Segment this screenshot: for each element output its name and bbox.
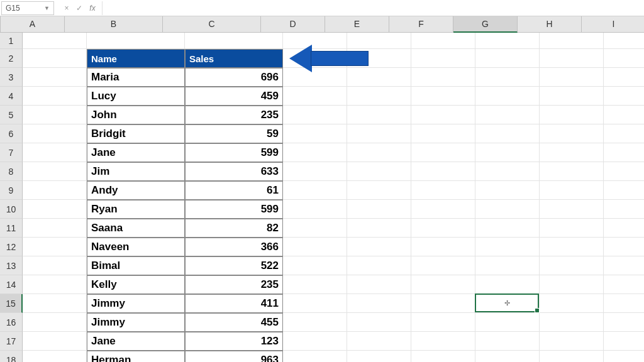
- table-cell-name[interactable]: John: [87, 106, 185, 124]
- table-cell-sales[interactable]: 411: [185, 294, 283, 313]
- table-cell-name[interactable]: Jimmy: [87, 294, 185, 313]
- row-header-17[interactable]: 17: [0, 332, 23, 351]
- row-header-12[interactable]: 12: [0, 238, 23, 256]
- table-cell-name[interactable]: Jim: [87, 162, 185, 181]
- table-cell-sales[interactable]: 366: [185, 238, 283, 256]
- table-header-sales[interactable]: Sales: [185, 49, 283, 68]
- formula-cancel-icon: ×: [60, 4, 73, 13]
- row-header-4[interactable]: 4: [0, 87, 23, 106]
- row-header-11[interactable]: 11: [0, 219, 23, 238]
- row-header-16[interactable]: 16: [0, 313, 23, 332]
- row-header-7[interactable]: 7: [0, 143, 23, 162]
- table-cell-name[interactable]: Jimmy: [87, 313, 185, 332]
- name-box-value: G15: [6, 1, 20, 15]
- column-header-G[interactable]: G: [453, 16, 518, 33]
- table-cell-sales[interactable]: 522: [185, 256, 283, 275]
- formula-bar: G15 ▼ × ✓ fx: [0, 0, 644, 16]
- table-cell-sales[interactable]: 82: [185, 219, 283, 238]
- table-cell-sales[interactable]: 599: [185, 143, 283, 162]
- table-cell-sales[interactable]: 633: [185, 162, 283, 181]
- row-header-3[interactable]: 3: [0, 68, 23, 87]
- row-header-15[interactable]: 15: [0, 294, 23, 313]
- table-cell-sales[interactable]: 59: [185, 124, 283, 143]
- column-header-I[interactable]: I: [582, 16, 644, 33]
- table-cell-name[interactable]: Jane: [87, 143, 185, 162]
- row-header-10[interactable]: 10: [0, 200, 23, 219]
- table-cell-sales[interactable]: 696: [185, 68, 283, 87]
- table-cell-name[interactable]: Jane: [87, 332, 185, 351]
- table-cell-sales[interactable]: 235: [185, 275, 283, 294]
- name-box-dropdown-icon[interactable]: ▼: [44, 1, 50, 15]
- row-header-18[interactable]: 18: [0, 351, 23, 362]
- table-cell-name[interactable]: Bridgit: [87, 124, 185, 143]
- row-header-6[interactable]: 6: [0, 124, 23, 143]
- column-header-H[interactable]: H: [518, 16, 582, 33]
- column-header-F[interactable]: F: [389, 16, 453, 33]
- row-header-13[interactable]: 13: [0, 256, 23, 275]
- cell-grid[interactable]: NameSalesMaria696Lucy459John235Bridgit59…: [23, 33, 644, 362]
- table-cell-name[interactable]: Maria: [87, 68, 185, 87]
- table-cell-name[interactable]: Lucy: [87, 87, 185, 106]
- table-cell-name[interactable]: Ryan: [87, 200, 185, 219]
- column-header-A[interactable]: A: [1, 16, 65, 33]
- table-cell-sales[interactable]: 459: [185, 87, 283, 106]
- table-cell-name[interactable]: Andy: [87, 181, 185, 200]
- table-cell-sales[interactable]: 963: [185, 351, 283, 362]
- table-cell-sales[interactable]: 235: [185, 106, 283, 124]
- row-header-1[interactable]: 1: [0, 33, 23, 49]
- fx-icon[interactable]: fx: [86, 4, 99, 13]
- row-header-8[interactable]: 8: [0, 162, 23, 181]
- table-cell-sales[interactable]: 599: [185, 200, 283, 219]
- table-cell-sales[interactable]: 123: [185, 332, 283, 351]
- formula-input[interactable]: [102, 1, 644, 15]
- formula-confirm-icon: ✓: [73, 4, 86, 13]
- column-header-C[interactable]: C: [163, 16, 261, 33]
- column-headers: ABCDEFGHI: [1, 16, 644, 33]
- row-header-9[interactable]: 9: [0, 181, 23, 200]
- table-header-name[interactable]: Name: [87, 49, 185, 68]
- row-header-2[interactable]: 2: [0, 49, 23, 68]
- column-header-B[interactable]: B: [65, 16, 163, 33]
- table-cell-name[interactable]: Bimal: [87, 256, 185, 275]
- row-headers: 123456789101112131415161718: [0, 33, 23, 362]
- table-cell-sales[interactable]: 61: [185, 181, 283, 200]
- table-cell-name[interactable]: Naveen: [87, 238, 185, 256]
- table-cell-sales[interactable]: 455: [185, 313, 283, 332]
- name-box[interactable]: G15 ▼: [1, 1, 54, 15]
- column-header-E[interactable]: E: [325, 16, 389, 33]
- row-header-5[interactable]: 5: [0, 106, 23, 124]
- table-cell-name[interactable]: Herman: [87, 351, 185, 362]
- table-cell-name[interactable]: Saana: [87, 219, 185, 238]
- table-cell-name[interactable]: Kelly: [87, 275, 185, 294]
- column-header-D[interactable]: D: [261, 16, 325, 33]
- row-header-14[interactable]: 14: [0, 275, 23, 294]
